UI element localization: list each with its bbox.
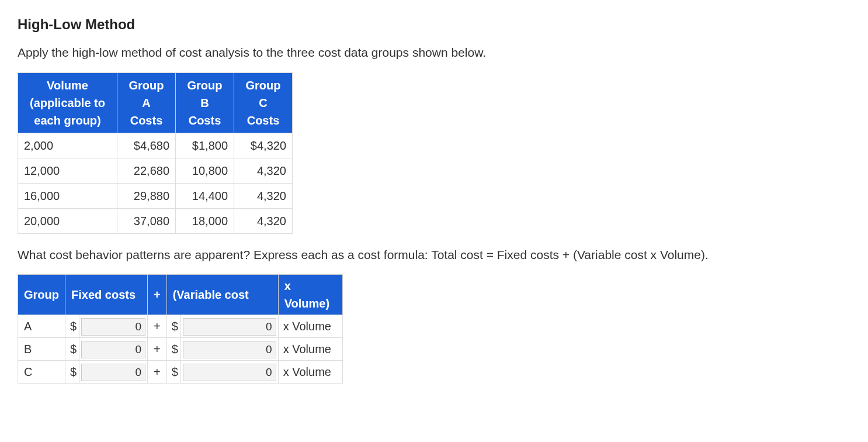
header-group-a: Group A Costs — [117, 72, 176, 133]
formula-group-label: A — [18, 315, 65, 338]
cell-group-c: 4,320 — [234, 183, 293, 208]
variable-cost-input-a[interactable] — [183, 318, 276, 336]
header-group-a-line2: Costs — [130, 114, 163, 127]
intro-text: Apply the high-low method of cost analys… — [18, 43, 850, 62]
header-group-b-line1: Group B — [188, 79, 223, 109]
header-volume: Volume (applicable to each group) — [18, 72, 117, 133]
cost-data-table: Volume (applicable to each group) Group … — [18, 72, 293, 234]
cell-group-b: 10,800 — [176, 158, 234, 183]
table-row: 2,000 $4,680 $1,800 $4,320 — [18, 133, 293, 158]
x-volume-label: x Volume — [278, 338, 342, 361]
cell-group-b: $1,800 — [176, 133, 234, 158]
header-variable-cost: (Variable cost — [166, 275, 278, 315]
header-group-a-line1: Group A — [129, 79, 164, 109]
cell-group-a: 37,080 — [117, 208, 176, 233]
question-text: What cost behavior patterns are apparent… — [18, 246, 850, 264]
header-fixed-costs: Fixed costs — [65, 275, 148, 315]
cell-volume: 12,000 — [18, 158, 117, 183]
cell-group-b: 18,000 — [176, 208, 234, 233]
formula-row: A $ + $ x Volume — [18, 315, 343, 338]
dollar-sign: $ — [166, 361, 180, 384]
cell-group-a: 22,680 — [117, 158, 176, 183]
dollar-sign: $ — [166, 315, 180, 338]
header-group: Group — [18, 275, 65, 315]
header-volume-line3: each group) — [34, 114, 100, 127]
cell-group-c: 4,320 — [234, 158, 293, 183]
cell-group-b: 14,400 — [176, 183, 234, 208]
cell-group-c: 4,320 — [234, 208, 293, 233]
formula-group-label: C — [18, 361, 65, 384]
plus-sign: + — [148, 315, 167, 338]
cell-volume: 2,000 — [18, 133, 117, 158]
header-group-b: Group B Costs — [176, 72, 234, 133]
variable-cost-input-b[interactable] — [183, 341, 276, 358]
x-volume-label: x Volume — [278, 361, 342, 384]
plus-sign: + — [148, 361, 167, 384]
fixed-cost-input-a[interactable] — [81, 318, 145, 336]
header-plus: + — [148, 275, 167, 315]
cell-volume: 16,000 — [18, 183, 117, 208]
fixed-cost-input-c[interactable] — [81, 364, 145, 381]
formula-table: Group Fixed costs + (Variable cost x Vol… — [18, 274, 343, 384]
dollar-sign: $ — [65, 361, 79, 384]
cell-group-c: $4,320 — [234, 133, 293, 158]
fixed-cost-input-b[interactable] — [81, 341, 145, 358]
table-row: 16,000 29,880 14,400 4,320 — [18, 183, 293, 208]
formula-row: C $ + $ x Volume — [18, 361, 343, 384]
header-x-volume: x Volume) — [278, 275, 342, 315]
formula-row: B $ + $ x Volume — [18, 338, 343, 361]
header-group-c: Group C Costs — [234, 72, 293, 133]
cell-group-a: 29,880 — [117, 183, 176, 208]
header-group-c-line1: Group C — [246, 79, 281, 109]
header-volume-line1: Volume — [47, 79, 88, 92]
variable-cost-input-c[interactable] — [183, 364, 276, 381]
cell-volume: 20,000 — [18, 208, 117, 233]
cell-group-a: $4,680 — [117, 133, 176, 158]
table-row: 12,000 22,680 10,800 4,320 — [18, 158, 293, 183]
header-group-b-line2: Costs — [189, 114, 221, 127]
page-title: High-Low Method — [18, 14, 850, 35]
header-group-c-line2: Costs — [247, 114, 280, 127]
x-volume-label: x Volume — [278, 315, 342, 338]
plus-sign: + — [148, 338, 167, 361]
dollar-sign: $ — [65, 315, 79, 338]
formula-group-label: B — [18, 338, 65, 361]
header-volume-line2: (applicable to — [30, 96, 105, 109]
table-row: 20,000 37,080 18,000 4,320 — [18, 208, 293, 233]
dollar-sign: $ — [65, 338, 79, 361]
dollar-sign: $ — [166, 338, 180, 361]
